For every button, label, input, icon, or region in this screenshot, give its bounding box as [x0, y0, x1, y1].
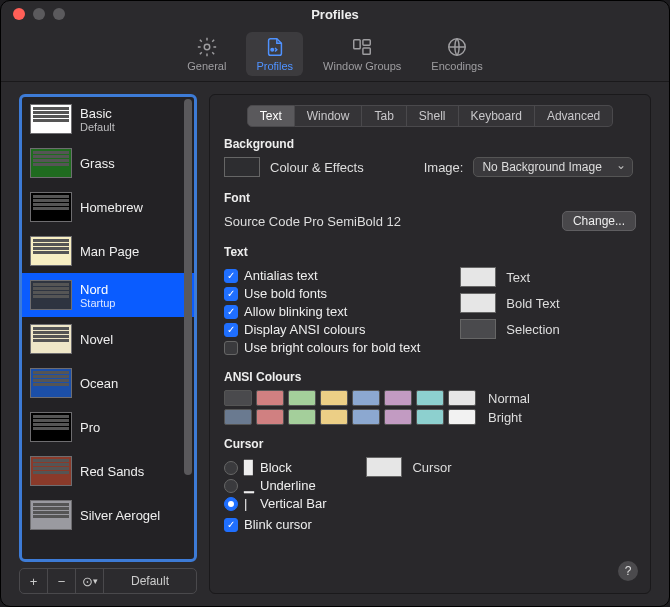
profile-row-silver-aerogel[interactable]: Silver Aerogel [22, 493, 194, 537]
background-section-title: Background [224, 137, 636, 151]
blink-cursor-checkbox[interactable]: ✓Blink cursor [224, 517, 326, 532]
background-colour-well[interactable] [224, 157, 260, 177]
ansi-swatch[interactable] [320, 390, 348, 406]
text-section-title: Text [224, 245, 636, 259]
toolbar-label: General [187, 60, 226, 72]
cursor-block-radio[interactable]: ▉Block [224, 460, 326, 475]
bold-fonts-checkbox[interactable]: ✓Use bold fonts [224, 286, 420, 301]
globe-icon [446, 36, 468, 58]
settings-tabs: TextWindowTabShellKeyboardAdvanced [224, 105, 636, 127]
profile-name: Novel [80, 332, 113, 347]
profile-actions-menu[interactable]: ⊙▾ [76, 569, 104, 593]
bright-bold-checkbox[interactable]: Use bright colours for bold text [224, 340, 420, 355]
ansi-row-label: Bright [488, 410, 522, 425]
window-groups-icon [351, 36, 373, 58]
ansi-swatch[interactable] [224, 390, 252, 406]
toolbar-label: Encodings [431, 60, 482, 72]
profile-name: Grass [80, 156, 115, 171]
profile-name: Homebrew [80, 200, 143, 215]
profile-thumbnail [30, 500, 72, 530]
titlebar: Profiles [1, 1, 669, 27]
ansi-swatch[interactable] [448, 409, 476, 425]
tab-tab[interactable]: Tab [362, 105, 406, 127]
profile-name: Nord [80, 282, 115, 297]
tab-text[interactable]: Text [247, 105, 295, 127]
settings-panel: TextWindowTabShellKeyboardAdvanced Backg… [209, 94, 651, 594]
colour-effects-label: Colour & Effects [270, 160, 364, 175]
profile-thumbnail [30, 456, 72, 486]
profile-row-grass[interactable]: Grass [22, 141, 194, 185]
gear-icon [196, 36, 218, 58]
ansi-swatch[interactable] [256, 390, 284, 406]
window-title: Profiles [1, 7, 669, 22]
font-section-title: Font [224, 191, 636, 205]
profile-row-man-page[interactable]: Man Page [22, 229, 194, 273]
sidebar-footer: + − ⊙▾ Default [19, 568, 197, 594]
help-button[interactable]: ? [618, 561, 638, 581]
profile-row-red-sands[interactable]: Red Sands [22, 449, 194, 493]
add-profile-button[interactable]: + [20, 569, 48, 593]
profile-thumbnail [30, 192, 72, 222]
scrollbar-thumb[interactable] [184, 99, 192, 475]
tab-keyboard[interactable]: Keyboard [459, 105, 535, 127]
svg-rect-4 [363, 48, 370, 54]
profile-thumbnail [30, 280, 72, 310]
profile-row-ocean[interactable]: Ocean [22, 361, 194, 405]
ansi-swatch[interactable] [416, 409, 444, 425]
ansi-swatch[interactable] [384, 409, 412, 425]
toolbar-label: Profiles [256, 60, 293, 72]
profile-row-novel[interactable]: Novel [22, 317, 194, 361]
ansi-swatch[interactable] [256, 409, 284, 425]
profile-thumbnail [30, 412, 72, 442]
profile-row-nord[interactable]: NordStartup [22, 273, 194, 317]
selection-colour-well[interactable] [460, 319, 496, 339]
ansi-swatch[interactable] [352, 409, 380, 425]
cursor-section-title: Cursor [224, 437, 636, 451]
svg-rect-2 [354, 40, 360, 49]
cursor-colour-well[interactable] [366, 457, 402, 477]
profile-row-basic[interactable]: BasicDefault [22, 97, 194, 141]
profiles-list[interactable]: BasicDefaultGrassHomebrewMan PageNordSta… [22, 97, 194, 559]
tab-shell[interactable]: Shell [407, 105, 459, 127]
remove-profile-button[interactable]: − [48, 569, 76, 593]
ansi-swatch[interactable] [320, 409, 348, 425]
svg-point-1 [271, 48, 274, 51]
preferences-window: Profiles General Profiles Window Groups … [0, 0, 670, 607]
ansi-swatch[interactable] [384, 390, 412, 406]
tab-advanced[interactable]: Advanced [535, 105, 613, 127]
background-image-select[interactable]: No Background Image [473, 157, 633, 177]
set-default-button[interactable]: Default [104, 569, 196, 593]
toolbar-profiles[interactable]: Profiles [246, 32, 303, 76]
svg-rect-3 [363, 40, 370, 46]
profile-name: Man Page [80, 244, 139, 259]
toolbar: General Profiles Window Groups Encodings [1, 27, 669, 82]
profile-name: Ocean [80, 376, 118, 391]
ansi-swatch[interactable] [224, 409, 252, 425]
profile-name: Silver Aerogel [80, 508, 160, 523]
profile-row-pro[interactable]: Pro [22, 405, 194, 449]
cursor-underline-radio[interactable]: ▁Underline [224, 478, 326, 493]
antialias-checkbox[interactable]: ✓Antialias text [224, 268, 420, 283]
ansi-swatch[interactable] [288, 409, 316, 425]
display-ansi-checkbox[interactable]: ✓Display ANSI colours [224, 322, 420, 337]
bold-text-colour-well[interactable] [460, 293, 496, 313]
cursor-vbar-radio[interactable]: |Vertical Bar [224, 496, 326, 511]
toolbar-general[interactable]: General [177, 32, 236, 76]
ansi-swatch[interactable] [352, 390, 380, 406]
profile-thumbnail [30, 104, 72, 134]
scrollbar[interactable] [184, 99, 192, 557]
ansi-normal-row: Normal [224, 390, 636, 406]
text-colour-well[interactable] [460, 267, 496, 287]
toolbar-encodings[interactable]: Encodings [421, 32, 492, 76]
profile-name: Red Sands [80, 464, 144, 479]
toolbar-label: Window Groups [323, 60, 401, 72]
toolbar-window-groups[interactable]: Window Groups [313, 32, 411, 76]
image-label: Image: [424, 160, 464, 175]
ansi-swatch[interactable] [288, 390, 316, 406]
ansi-swatch[interactable] [448, 390, 476, 406]
profile-row-homebrew[interactable]: Homebrew [22, 185, 194, 229]
tab-window[interactable]: Window [295, 105, 363, 127]
blinking-text-checkbox[interactable]: ✓Allow blinking text [224, 304, 420, 319]
ansi-swatch[interactable] [416, 390, 444, 406]
change-font-button[interactable]: Change... [562, 211, 636, 231]
